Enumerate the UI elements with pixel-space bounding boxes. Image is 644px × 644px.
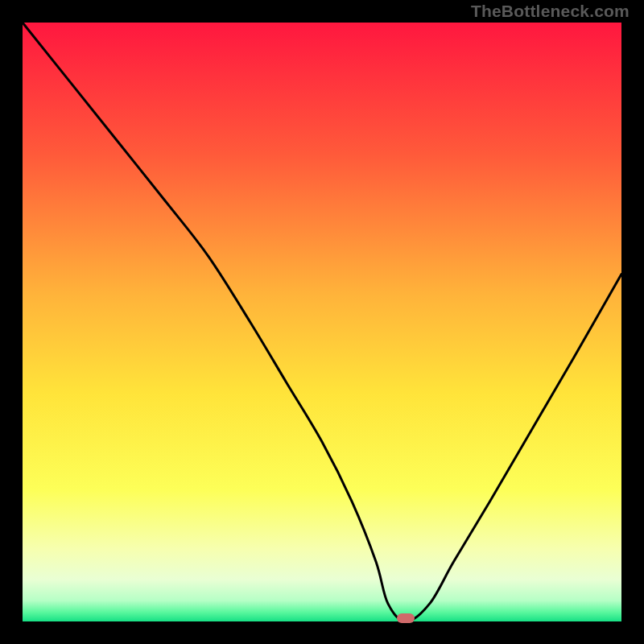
watermark-text: TheBottleneck.com [471, 2, 630, 21]
chart-frame: TheBottleneck.com [0, 0, 644, 644]
bottleneck-curve [23, 23, 621, 621]
plot-area [23, 23, 621, 621]
minimum-marker [397, 613, 415, 623]
